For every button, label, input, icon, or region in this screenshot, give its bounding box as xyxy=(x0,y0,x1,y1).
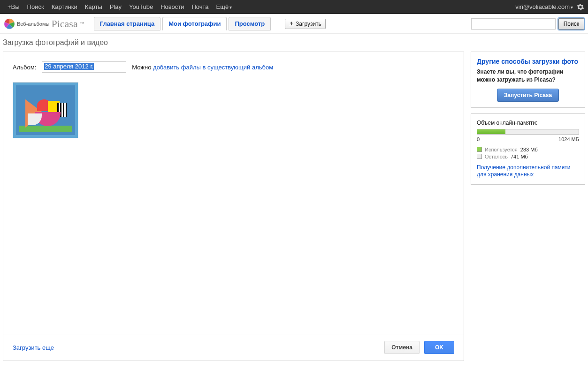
other-upload-text: Знаете ли вы, что фотографии можно загру… xyxy=(477,68,579,84)
legend-used-value: 283 Мб xyxy=(520,147,538,152)
storage-box: Объем онлайн-памяти: 0 1024 МБ Используе… xyxy=(471,113,585,185)
nav-tabs: Главная страница Мои фотографии Просмотр xyxy=(94,17,271,30)
legend-left: Осталось 741 Мб xyxy=(477,154,579,159)
upload-content: Альбом: 29 апреля 2012 г. Можно добавить… xyxy=(3,52,464,334)
search-input[interactable] xyxy=(471,18,556,30)
album-can-text: Можно добавить файлы в существующий альб… xyxy=(132,64,273,71)
photo-thumbnail[interactable] xyxy=(13,82,78,138)
other-upload-title: Другие способы загрузки фото xyxy=(477,58,579,65)
storage-scale: 0 1024 МБ xyxy=(477,136,579,142)
topbar-link-more[interactable]: Ещё xyxy=(213,3,236,10)
upload-icon xyxy=(289,22,294,26)
logo-text-small: Веб-альбомы xyxy=(17,21,49,27)
topbar-user-area: viri@voliacable.com xyxy=(515,3,584,11)
load-more-link[interactable]: Загрузить еще xyxy=(13,344,54,351)
storage-fill xyxy=(477,129,505,134)
page-title: Загрузка фотографий и видео xyxy=(0,34,588,52)
cancel-button[interactable]: Отмена xyxy=(384,341,420,354)
upload-button[interactable]: Загрузить xyxy=(285,19,326,29)
header-search-area: Поиск xyxy=(471,18,584,30)
album-name-input[interactable]: 29 апреля 2012 г. xyxy=(42,61,126,73)
user-email-menu[interactable]: viri@voliacable.com xyxy=(515,3,573,10)
topbar-link-mail[interactable]: Почта xyxy=(188,3,213,10)
album-name-value: 29 апреля 2012 г. xyxy=(44,63,94,70)
topbar-link-images[interactable]: Картинки xyxy=(48,3,81,10)
topbar-links: +Вы Поиск Картинки Карты Play YouTube Но… xyxy=(4,3,236,10)
upload-button-label: Загрузить xyxy=(296,21,321,27)
logo-area[interactable]: Веб-альбомы Picasa™ xyxy=(4,18,84,30)
topbar-link-plus-you[interactable]: +Вы xyxy=(4,3,23,10)
logo-text-big: Picasa xyxy=(51,18,77,30)
gear-icon[interactable] xyxy=(577,3,584,11)
main-container: Альбом: 29 апреля 2012 г. Можно добавить… xyxy=(0,52,588,369)
legend-used-label: Используется xyxy=(485,147,518,152)
storage-scale-max: 1024 МБ xyxy=(558,136,579,142)
upload-panel: Альбом: 29 апреля 2012 г. Можно добавить… xyxy=(3,52,464,361)
storage-bar xyxy=(477,129,579,135)
topbar-link-news[interactable]: Новости xyxy=(157,3,188,10)
sidebar: Другие способы загрузки фото Знаете ли в… xyxy=(471,52,585,361)
legend-left-label: Осталось xyxy=(485,154,508,159)
album-row: Альбом: 29 апреля 2012 г. Можно добавить… xyxy=(13,61,454,73)
album-label: Альбом: xyxy=(13,64,36,71)
ok-button[interactable]: OK xyxy=(424,341,454,354)
legend-square-used-icon xyxy=(477,147,482,152)
topbar-link-maps[interactable]: Карты xyxy=(81,3,106,10)
app-header: Веб-альбомы Picasa™ Главная страница Мои… xyxy=(0,14,588,34)
add-to-existing-link[interactable]: добавить файлы в существующий альбом xyxy=(153,64,273,71)
panel-footer: Загрузить еще Отмена OK xyxy=(3,334,464,361)
topbar-link-youtube[interactable]: YouTube xyxy=(125,3,157,10)
launch-picasa-button[interactable]: Запустить Picasa xyxy=(497,89,559,102)
other-upload-box: Другие способы загрузки фото Знаете ли в… xyxy=(471,52,585,108)
topbar-link-play[interactable]: Play xyxy=(106,3,125,10)
tab-home[interactable]: Главная страница xyxy=(94,17,160,30)
google-topbar: +Вы Поиск Картинки Карты Play YouTube Но… xyxy=(0,0,588,14)
topbar-link-search[interactable]: Поиск xyxy=(23,3,48,10)
legend-square-left-icon xyxy=(477,154,482,159)
legend-used: Используется 283 Мб xyxy=(477,147,579,152)
tab-browse[interactable]: Просмотр xyxy=(229,17,271,30)
storage-scale-min: 0 xyxy=(477,136,480,142)
legend-left-value: 741 Мб xyxy=(511,154,528,159)
picasa-icon xyxy=(4,18,15,30)
search-button[interactable]: Поиск xyxy=(558,18,584,30)
tab-my-photos[interactable]: Мои фотографии xyxy=(162,17,227,30)
storage-label: Объем онлайн-памяти: xyxy=(477,120,579,126)
footer-buttons: Отмена OK xyxy=(384,341,454,354)
more-storage-link[interactable]: Получение дополнительной памяти для хран… xyxy=(477,164,579,179)
